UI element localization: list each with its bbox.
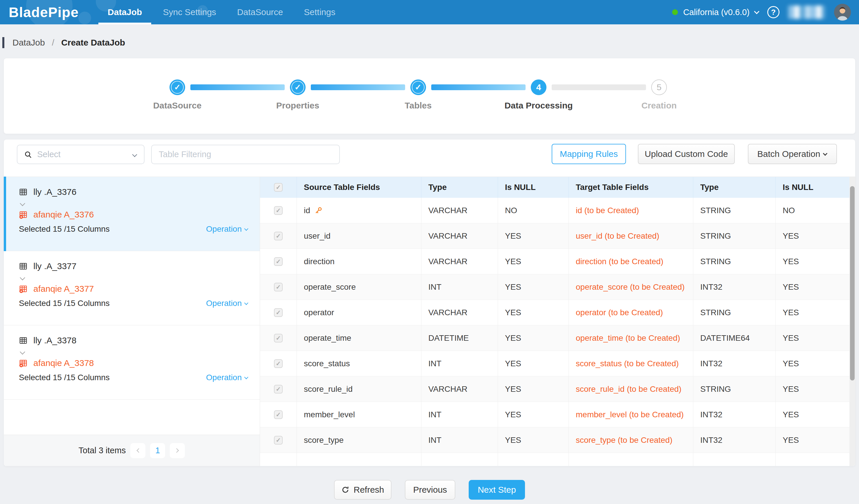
target-field-is-null: YES [776, 325, 855, 351]
batch-operation-button[interactable]: Batch Operation [748, 144, 837, 164]
next-step-button[interactable]: Next Step [469, 480, 525, 500]
target-field-type: STRING [693, 223, 776, 249]
row-checkbox[interactable] [274, 206, 283, 215]
col-header-is-null: Is NULL [498, 177, 569, 198]
operation-dropdown[interactable]: Operation [206, 373, 248, 382]
step-circle-data-processing: 4 [531, 79, 546, 95]
status-green-dot [672, 9, 678, 15]
nav-item-label: Settings [304, 7, 335, 17]
table-select-dropdown[interactable]: Select [17, 145, 145, 164]
button-label: Refresh [353, 485, 384, 495]
target-table-icon [19, 210, 28, 219]
stepper-card: 4 5 DataSource Properties Tables Data Pr… [3, 58, 856, 134]
field-type: VARCHAR [421, 376, 498, 401]
table-row: operate_score INT YES operate_score (to … [260, 274, 855, 300]
upload-custom-code-button[interactable]: Upload Custom Code [638, 144, 735, 164]
row-checkbox[interactable] [274, 359, 283, 368]
primary-key-icon [314, 206, 322, 215]
breadcrumb: DataJob / Create DataJob [0, 34, 125, 51]
row-checkbox[interactable] [274, 385, 283, 394]
mapping-item-A_3377[interactable]: lly .A_3377 afanqie A_3377 Selected 15 /… [4, 251, 260, 325]
row-checkbox[interactable] [274, 308, 283, 317]
col-header-target-fields: Target Table Fields [569, 177, 693, 198]
table-scrollbar-track[interactable] [849, 177, 855, 466]
target-field-is-null: YES [776, 351, 855, 376]
step-connector [552, 84, 646, 90]
operation-dropdown[interactable]: Operation [206, 224, 248, 234]
mapping-item-A_3378[interactable]: lly .A_3378 afanqie A_3378 Selected 15 /… [4, 325, 260, 399]
help-icon[interactable] [767, 6, 780, 18]
row-checkbox[interactable] [274, 436, 283, 444]
step-label-tables: Tables [405, 100, 432, 110]
button-label: Next Step [478, 485, 516, 495]
operation-label: Operation [206, 299, 242, 308]
nav-item-settings[interactable]: Settings [293, 0, 346, 25]
pagination-page-1[interactable]: 1 [150, 443, 165, 458]
refresh-button[interactable]: Refresh [334, 480, 391, 500]
nav-item-datajob[interactable]: DataJob [97, 0, 152, 25]
table-row: user_id VARCHAR YES user_id (to be Creat… [260, 223, 855, 249]
environment-label: California (v0.6.0) [683, 7, 750, 17]
search-icon [24, 150, 32, 159]
target-table-row: afanqie A_3376 [19, 208, 248, 221]
previous-button[interactable]: Previous [405, 480, 455, 500]
field-type: INT [421, 351, 498, 376]
field-is-null: YES [498, 427, 569, 453]
chevron-left-icon [136, 448, 141, 453]
nav-item-label: DataJob [108, 7, 142, 17]
chevron-down-icon [244, 301, 248, 305]
refresh-icon [341, 486, 349, 494]
field-name: member_level [304, 410, 355, 419]
mapping-rules-button[interactable]: Mapping Rules [552, 144, 626, 164]
nav-item-datasource[interactable]: DataSource [227, 0, 293, 25]
field-is-null: YES [498, 376, 569, 401]
source-table-name: lly .A_3378 [33, 335, 76, 345]
row-checkbox[interactable] [274, 232, 283, 240]
operation-dropdown[interactable]: Operation [206, 299, 248, 308]
step-label-data-processing: Data Processing [504, 100, 573, 110]
target-table-name: afanqie A_3377 [33, 284, 94, 294]
target-field-name: id (to be Created) [569, 198, 693, 223]
row-checkbox[interactable] [274, 410, 283, 419]
target-field-is-null: YES [776, 223, 855, 249]
col-header-is-null: Is NULL [776, 177, 855, 198]
target-field-name: score_status (to be Created) [569, 351, 693, 376]
target-field-type: INT32 [693, 274, 776, 300]
nav-item-sync-settings[interactable]: Sync Settings [152, 0, 226, 25]
table-row: score_rule_id VARCHAR YES score_rule_id … [260, 376, 855, 402]
avatar[interactable] [834, 4, 851, 20]
table-row-partial [260, 453, 855, 466]
field-is-null: NO [498, 198, 569, 223]
breadcrumb-parent[interactable]: DataJob [13, 38, 45, 48]
source-table-row: lly .A_3376 [19, 186, 248, 198]
source-table-name: lly .A_3376 [33, 187, 76, 197]
mapping-item-A_3376[interactable]: lly .A_3376 afanqie A_3376 Selected 15 /… [4, 177, 260, 251]
target-table-icon [19, 284, 28, 293]
target-field-is-null: YES [776, 249, 855, 274]
selection-row: Selected 15 /15 Columns Operation [19, 224, 248, 234]
select-all-checkbox[interactable] [274, 183, 283, 192]
chevron-down-icon [20, 275, 25, 280]
nav-item-label: DataSource [237, 7, 283, 17]
target-field-name: direction (to be Created) [569, 249, 693, 274]
table-row: operator VARCHAR YES operator (to be Cre… [260, 300, 855, 325]
field-name: operate_score [304, 282, 356, 292]
row-checkbox[interactable] [274, 257, 283, 266]
pagination-prev-button[interactable] [130, 443, 146, 458]
table-row: score_status INT YES score_status (to be… [260, 351, 855, 376]
breadcrumb-accent-bar [2, 37, 4, 48]
chevron-down-icon [823, 151, 828, 156]
row-checkbox[interactable] [274, 334, 283, 343]
row-checkbox[interactable] [274, 283, 283, 292]
avatar-illustration [834, 4, 851, 20]
field-is-null: YES [498, 325, 569, 351]
source-table-icon [19, 262, 28, 270]
target-table-icon [19, 359, 28, 367]
environment-selector[interactable]: California (v0.6.0) [672, 7, 758, 17]
mapping-arrow-row [19, 198, 248, 208]
pagination-next-button[interactable] [170, 443, 185, 458]
field-type: INT [421, 427, 498, 453]
table-scrollbar-thumb[interactable] [850, 186, 855, 380]
mapping-arrow-row [19, 272, 248, 282]
table-filtering-input[interactable] [151, 145, 340, 164]
